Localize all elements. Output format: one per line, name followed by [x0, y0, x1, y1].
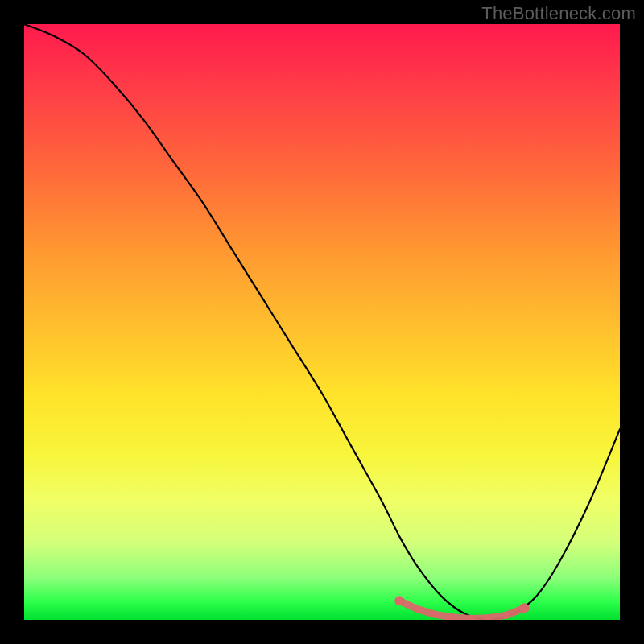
chart-frame: TheBottleneck.com: [0, 0, 644, 644]
plot-area: [24, 24, 620, 620]
watermark-text: TheBottleneck.com: [481, 3, 636, 24]
bottleneck-curve-line: [24, 24, 620, 620]
curve-svg: [24, 24, 620, 620]
highlight-endpoint: [394, 596, 404, 605]
highlight-endpoint: [520, 603, 530, 613]
highlight-markers: [394, 596, 529, 618]
